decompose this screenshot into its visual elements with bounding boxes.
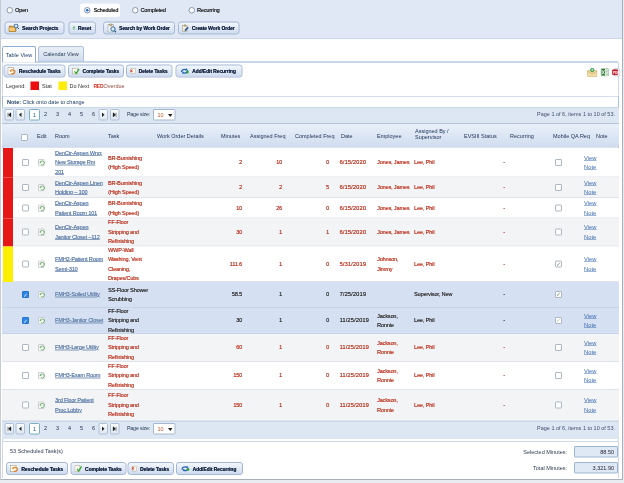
- svg-text:PDF: PDF: [613, 71, 619, 75]
